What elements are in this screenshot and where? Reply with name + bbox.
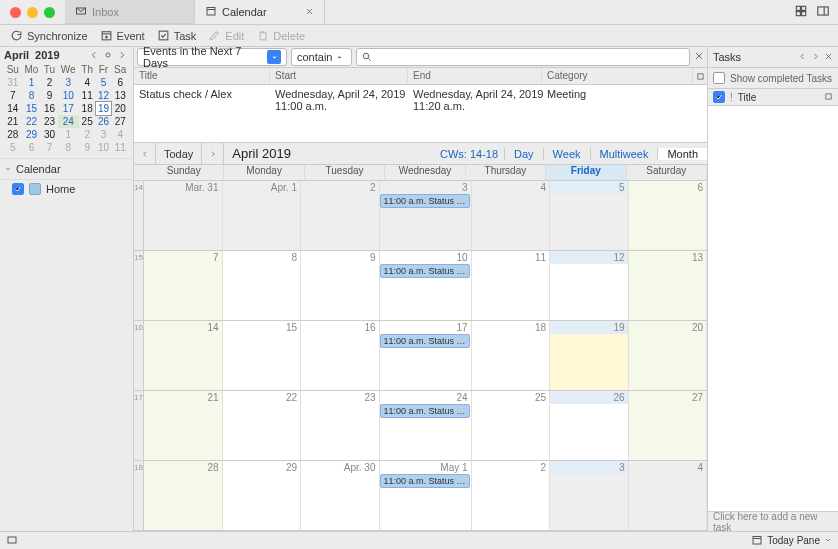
minical-day[interactable]: 10 <box>58 89 79 102</box>
month-grid[interactable]: 14Mar. 31Apr. 12311:00 a.m. Status …4561… <box>134 181 707 531</box>
day-cell[interactable]: 26 <box>550 391 629 460</box>
tab-inbox[interactable]: Inbox <box>65 0 195 24</box>
minical-day[interactable]: 4 <box>79 76 96 89</box>
tasks-column-picker[interactable] <box>824 92 833 103</box>
event-chip[interactable]: 11:00 a.m. Status … <box>380 474 470 488</box>
minical-day[interactable]: 7 <box>41 141 57 154</box>
synchronize-button[interactable]: Synchronize <box>4 25 94 46</box>
minical-day[interactable]: 9 <box>41 89 57 102</box>
col-start[interactable]: Start <box>270 68 408 84</box>
minical-day[interactable]: 3 <box>58 76 79 89</box>
minical-day[interactable]: 5 <box>4 141 22 154</box>
minical-day[interactable]: 4 <box>111 128 129 141</box>
new-task-button[interactable]: Task <box>151 25 203 46</box>
day-cell[interactable]: Mar. 31 <box>144 181 223 250</box>
minical-day[interactable]: 13 <box>111 89 129 102</box>
event-chip[interactable]: 11:00 a.m. Status … <box>380 264 470 278</box>
day-cell[interactable]: 2 <box>472 461 551 530</box>
day-cell[interactable]: 12 <box>550 251 629 320</box>
event-row[interactable]: Status check / AlexWednesday, April 24, … <box>134 85 707 115</box>
search-input[interactable] <box>356 48 690 66</box>
day-cell[interactable]: 9 <box>301 251 380 320</box>
month-next-button[interactable] <box>202 143 224 164</box>
day-cell[interactable]: 7 <box>144 251 223 320</box>
delete-button[interactable]: Delete <box>250 25 311 46</box>
col-category[interactable]: Category <box>542 68 693 84</box>
minical-day[interactable]: 15 <box>22 102 42 115</box>
month-prev-button[interactable] <box>134 143 156 164</box>
day-cell[interactable]: 1011:00 a.m. Status … <box>380 251 472 320</box>
minical-day[interactable]: 22 <box>22 115 42 128</box>
minical-next-button[interactable] <box>115 50 129 60</box>
tab-close-button[interactable] <box>305 6 314 18</box>
window-minimize-button[interactable] <box>27 7 38 18</box>
day-cell[interactable]: 20 <box>629 321 708 390</box>
minical-day[interactable]: 27 <box>111 115 129 128</box>
minical-day[interactable]: 19 <box>96 102 112 115</box>
day-cell[interactable]: 23 <box>301 391 380 460</box>
column-picker-button[interactable] <box>693 68 707 84</box>
minical-day[interactable]: 28 <box>4 128 22 141</box>
col-end[interactable]: End <box>408 68 542 84</box>
day-cell[interactable]: 16 <box>301 321 380 390</box>
minical-day[interactable]: 29 <box>22 128 42 141</box>
minical-prev-button[interactable] <box>87 50 101 60</box>
day-cell[interactable]: 4 <box>629 461 708 530</box>
show-completed-checkbox[interactable] <box>713 72 725 84</box>
minical-day[interactable]: 14 <box>4 102 22 115</box>
minical-day[interactable]: 3 <box>96 128 112 141</box>
day-cell[interactable]: 5 <box>550 181 629 250</box>
minical-day[interactable]: 8 <box>22 89 42 102</box>
event-chip[interactable]: 11:00 a.m. Status … <box>380 404 470 418</box>
event-list[interactable]: Status check / AlexWednesday, April 24, … <box>134 85 707 143</box>
minical-today-button[interactable] <box>101 50 115 60</box>
grid-icon[interactable] <box>794 4 808 20</box>
col-title[interactable]: Title <box>134 68 270 84</box>
day-cell[interactable]: 6 <box>629 181 708 250</box>
filter-match-dropdown[interactable]: contain <box>291 48 352 66</box>
day-cell[interactable]: 22 <box>223 391 302 460</box>
minical-day[interactable]: 6 <box>22 141 42 154</box>
minical-day[interactable]: 10 <box>96 141 112 154</box>
day-cell[interactable]: 14 <box>144 321 223 390</box>
filter-preset-dropdown[interactable]: Events in the Next 7 Days <box>137 48 287 66</box>
day-cell[interactable]: 11 <box>472 251 551 320</box>
minical-day[interactable]: 20 <box>111 102 129 115</box>
tab-calendar[interactable]: Calendar <box>195 0 325 24</box>
day-cell[interactable]: 19 <box>550 321 629 390</box>
day-cell[interactable]: 18 <box>472 321 551 390</box>
app-menu-button[interactable] <box>828 30 834 42</box>
day-cell[interactable]: 8 <box>223 251 302 320</box>
day-cell[interactable]: 4 <box>472 181 551 250</box>
day-cell[interactable]: 15 <box>223 321 302 390</box>
new-event-button[interactable]: Event <box>94 25 151 46</box>
minical-day[interactable]: 17 <box>58 102 79 115</box>
view-day[interactable]: Day <box>504 148 543 160</box>
today-pane-button[interactable]: Today Pane <box>767 535 820 546</box>
minical-day[interactable]: 2 <box>41 76 57 89</box>
day-cell[interactable]: 311:00 a.m. Status … <box>380 181 472 250</box>
minical-day[interactable]: 5 <box>96 76 112 89</box>
view-month[interactable]: Month <box>657 148 707 160</box>
minical-day[interactable]: 24 <box>58 115 79 128</box>
event-chip[interactable]: 11:00 a.m. Status … <box>380 194 470 208</box>
minical-day[interactable]: 21 <box>4 115 22 128</box>
minical-day[interactable]: 8 <box>58 141 79 154</box>
today-button[interactable]: Today <box>156 143 202 164</box>
calendar-checkbox[interactable] <box>12 183 24 195</box>
day-cell[interactable]: 3 <box>550 461 629 530</box>
minical-day[interactable]: 23 <box>41 115 57 128</box>
minical-day[interactable]: 9 <box>79 141 96 154</box>
minical-day[interactable]: 11 <box>111 141 129 154</box>
minical-day[interactable]: 11 <box>79 89 96 102</box>
tasks-prev-button[interactable] <box>798 51 807 63</box>
tasks-next-button[interactable] <box>811 51 820 63</box>
day-cell[interactable]: 27 <box>629 391 708 460</box>
calendar-item[interactable]: Home <box>0 180 133 198</box>
minical-day[interactable]: 26 <box>96 115 112 128</box>
minical-day[interactable]: 30 <box>41 128 57 141</box>
minical-day[interactable]: 18 <box>79 102 96 115</box>
day-cell[interactable]: 29 <box>223 461 302 530</box>
minical-day[interactable]: 2 <box>79 128 96 141</box>
minical-day[interactable]: 16 <box>41 102 57 115</box>
